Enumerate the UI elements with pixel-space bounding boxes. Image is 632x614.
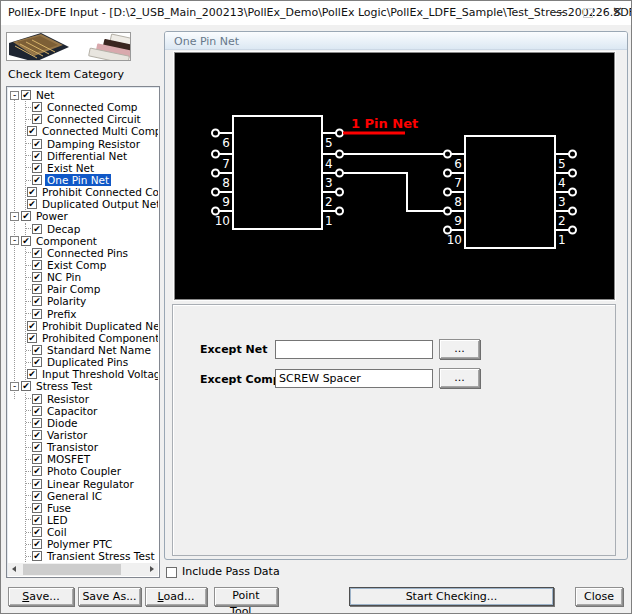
checkbox-transient-stress-test[interactable]: ✔ (32, 551, 42, 561)
collapse-icon[interactable]: - (10, 236, 19, 245)
checkbox-duplicated-pins[interactable]: ✔ (32, 357, 42, 367)
except-net-browse-button[interactable]: ... (439, 339, 480, 359)
checkbox-connected-multi-comp[interactable]: ✔ (27, 126, 37, 136)
tree-item-transient-stress-test[interactable]: ✔Transient Stress Test (26, 550, 158, 562)
checkbox-damping-resistor[interactable]: ✔ (32, 139, 42, 149)
checkbox-varistor[interactable]: ✔ (32, 430, 42, 440)
checkbox-standard-net-name[interactable]: ✔ (32, 345, 42, 355)
checkbox-fuse[interactable]: ✔ (32, 503, 42, 513)
tree-item-polarity[interactable]: ✔Polarity (26, 295, 158, 307)
tree-item-decap[interactable]: ✔Decap (26, 223, 158, 235)
start-checking-button[interactable]: Start Checking... (349, 587, 554, 606)
tree-item-differential-net[interactable]: ✔Differential Net (26, 150, 158, 162)
checkbox-decap[interactable]: ✔ (32, 224, 42, 234)
checkbox-coil[interactable]: ✔ (32, 527, 42, 537)
checkbox-general-ic[interactable]: ✔ (32, 491, 42, 501)
checkbox-differential-net[interactable]: ✔ (32, 151, 42, 161)
checkbox-diode[interactable]: ✔ (32, 418, 42, 428)
collapse-icon[interactable]: - (10, 212, 19, 221)
checkbox-input-threshold-voltage[interactable]: ✔ (27, 369, 37, 379)
tree-item-exist-net[interactable]: ✔Exist Net (26, 162, 158, 174)
checkbox-exist-comp[interactable]: ✔ (32, 260, 42, 270)
tree-item-standard-net-name[interactable]: ✔Standard Net Name (26, 344, 158, 356)
point-tool-button[interactable]: Point Tool... (214, 587, 278, 606)
tree-item-photo-coupler[interactable]: ✔Photo Coupler (26, 465, 158, 477)
tree-item-prohibit-connected-comp[interactable]: ✔Prohibit Connected Comp (26, 186, 158, 198)
checkbox-component[interactable]: ✔ (21, 236, 31, 246)
tree-item-led[interactable]: ✔LED (26, 514, 158, 526)
scrollbar-thumb[interactable] (22, 563, 122, 576)
checkbox-prohibit-connected-comp[interactable]: ✔ (27, 187, 37, 197)
tree-item-duplicated-output-net[interactable]: ✔Duplicated Output Net (26, 198, 158, 210)
close-button[interactable]: Close (575, 587, 623, 606)
checkbox-connected-pins[interactable]: ✔ (32, 248, 42, 258)
checkbox-exist-net[interactable]: ✔ (32, 163, 42, 173)
checkbox-stress-test[interactable]: ✔ (21, 381, 31, 391)
tree-item-mosfet[interactable]: ✔MOSFET (26, 453, 158, 465)
checkbox-transistor[interactable]: ✔ (32, 442, 42, 452)
tree-item-connected-pins[interactable]: ✔Connected Pins (26, 247, 158, 259)
tree-item-stress-test[interactable]: -✔Stress Test (9, 380, 158, 392)
tree-item-fuse[interactable]: ✔Fuse (26, 502, 158, 514)
collapse-icon[interactable]: - (10, 382, 19, 391)
tree-item-resistor[interactable]: ✔Resistor (26, 393, 158, 405)
checkbox-net[interactable]: ✔ (21, 90, 31, 100)
tree-item-connected-multi-comp[interactable]: ✔Connected Multi Comp (26, 125, 158, 137)
checkbox-connected-comp[interactable]: ✔ (32, 102, 42, 112)
tree-item-varistor[interactable]: ✔Varistor (26, 429, 158, 441)
tree-item-polymer-ptc[interactable]: ✔Polymer PTC (26, 538, 158, 550)
checkbox-power[interactable]: ✔ (21, 211, 31, 221)
save-button[interactable]: Save... (8, 587, 74, 606)
checkbox-photo-coupler[interactable]: ✔ (32, 466, 42, 476)
checkbox-mosfet[interactable]: ✔ (32, 454, 42, 464)
tree-item-general-ic[interactable]: ✔General IC (26, 490, 158, 502)
tree-item-input-threshold-voltage[interactable]: ✔Input Threshold Voltage (26, 368, 158, 380)
close-icon[interactable]: ✕ (612, 4, 623, 19)
tree-item-connected-circuit[interactable]: ✔Connected Circuit (26, 113, 158, 125)
scroll-left-button[interactable] (8, 563, 21, 576)
tree-item-transistor[interactable]: ✔Transistor (26, 441, 158, 453)
scroll-right-button[interactable] (145, 563, 158, 576)
checkbox-pair-comp[interactable]: ✔ (32, 284, 42, 294)
tree-item-prefix[interactable]: ✔Prefix (26, 308, 158, 320)
checkbox-linear-regulator[interactable]: ✔ (32, 479, 42, 489)
save-as-button[interactable]: Save As... (78, 587, 141, 606)
tree-item-capacitor[interactable]: ✔Capacitor (26, 405, 158, 417)
checkbox-led[interactable]: ✔ (32, 515, 42, 525)
tree-item-nc-pin[interactable]: ✔NC Pin (26, 271, 158, 283)
checkbox-one-pin-net[interactable]: ✔ (32, 175, 42, 185)
checkbox-duplicated-output-net[interactable]: ✔ (27, 199, 37, 209)
tree-item-prohibit-duplicated-net[interactable]: ✔Prohibit Duplicated Net (26, 320, 158, 332)
except-net-input[interactable] (275, 340, 433, 359)
checkbox-polymer-ptc[interactable]: ✔ (32, 539, 42, 549)
tree-item-one-pin-net[interactable]: ✔One Pin Net (26, 174, 158, 186)
checkbox-polarity[interactable]: ✔ (32, 296, 42, 306)
tree-item-duplicated-pins[interactable]: ✔Duplicated Pins (26, 356, 158, 368)
tree-item-connected-comp[interactable]: ✔Connected Comp (26, 101, 158, 113)
maximize-icon[interactable] (583, 8, 593, 18)
tree-horizontal-scrollbar[interactable] (8, 563, 158, 576)
tree-item-exist-comp[interactable]: ✔Exist Comp (26, 259, 158, 271)
tree-item-linear-regulator[interactable]: ✔Linear Regulator (26, 478, 158, 490)
load-button[interactable]: Load... (145, 587, 207, 606)
except-comp-input[interactable] (275, 369, 433, 388)
except-comp-browse-button[interactable]: ... (439, 368, 480, 388)
tree-item-damping-resistor[interactable]: ✔Damping Resistor (26, 138, 158, 150)
tree-item-prohibited-component[interactable]: ✔Prohibited Component (26, 332, 158, 344)
checkbox-nc-pin[interactable]: ✔ (32, 272, 42, 282)
checkbox-connected-circuit[interactable]: ✔ (32, 114, 42, 124)
tree-item-diode[interactable]: ✔Diode (26, 417, 158, 429)
checkbox-prohibited-component[interactable]: ✔ (27, 333, 37, 343)
checkbox-capacitor[interactable]: ✔ (32, 406, 42, 416)
tree-item-power[interactable]: -✔Power (9, 210, 158, 222)
collapse-icon[interactable]: - (10, 91, 19, 100)
tree-item-net[interactable]: -✔Net (9, 89, 158, 101)
include-pass-data-checkbox[interactable] (166, 567, 177, 578)
tree-item-pair-comp[interactable]: ✔Pair Comp (26, 283, 158, 295)
minimize-icon[interactable] (554, 12, 565, 13)
checkbox-resistor[interactable]: ✔ (32, 394, 42, 404)
checkbox-prefix[interactable]: ✔ (32, 309, 42, 319)
tree-item-coil[interactable]: ✔Coil (26, 526, 158, 538)
checkbox-prohibit-duplicated-net[interactable]: ✔ (27, 321, 37, 331)
tree-item-component[interactable]: -✔Component (9, 235, 158, 247)
